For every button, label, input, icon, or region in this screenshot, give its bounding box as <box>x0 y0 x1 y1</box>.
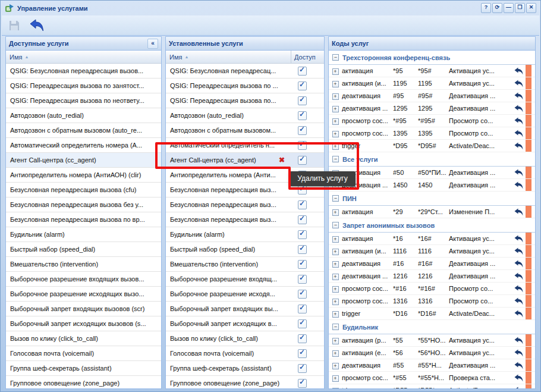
code-row[interactable]: +просмотр сос...13161316Просмотр со... <box>329 295 535 308</box>
available-service-row[interactable]: Агент Call-центра (cc_agent) <box>6 153 161 168</box>
access-checkbox[interactable] <box>298 141 307 150</box>
available-service-row[interactable]: Выборочный запрет входящих вызовов (scr) <box>6 302 161 316</box>
code-group-header[interactable]: −Трехсторонняя конференц-связь <box>329 51 535 65</box>
code-row[interactable]: +активация (и...11951195Активация ус... <box>329 77 535 90</box>
available-service-row[interactable]: Выборочное разрешение исходящих вызо... <box>6 287 161 302</box>
help-button[interactable]: ? <box>481 3 491 13</box>
close-button[interactable]: ✕ <box>526 3 536 13</box>
collapse-group-icon[interactable]: − <box>332 324 339 330</box>
collapse-panel-button[interactable]: « <box>147 39 158 49</box>
available-service-row[interactable]: Безусловная переадресация вызова без у..… <box>6 197 161 212</box>
code-row[interactable]: +деактивация#50#50*ПИ...Деактивация ... <box>329 167 535 179</box>
code-row[interactable]: +деактивация#55#55*Н...Деактивация ... <box>329 359 535 372</box>
expand-row-icon[interactable]: + <box>329 310 342 318</box>
code-row[interactable]: +активация (е...*56*56*НО...Активация ус… <box>329 347 535 359</box>
code-row[interactable]: +активация*16*16#Активация ус... <box>329 233 535 245</box>
installed-column-header[interactable]: Имя ▲ Доступ <box>166 51 324 64</box>
code-row[interactable]: +trigger*D55*D55*...Activate/Deac... <box>329 384 535 388</box>
access-checkbox[interactable] <box>298 349 307 358</box>
installed-service-row[interactable]: Вызов по клику (click_to_call) <box>166 331 324 346</box>
installed-service-row[interactable]: Группа шеф-секретарь (assistant) <box>166 361 324 376</box>
access-checkbox[interactable] <box>298 67 307 76</box>
available-service-row[interactable]: Выборочное разрешение входящих вызов... <box>6 272 161 287</box>
expand-row-icon[interactable]: + <box>329 117 342 125</box>
access-checkbox[interactable] <box>298 215 307 224</box>
installed-service-row[interactable]: QSIG: Переадресация вызова по... <box>166 93 324 108</box>
access-checkbox[interactable] <box>298 260 307 269</box>
code-row[interactable]: +активация (и...11161116Активация ус... <box>329 245 535 258</box>
code-row[interactable]: +активация*29*29*Ст...Изменение П... <box>329 206 535 218</box>
access-checkbox[interactable] <box>298 126 307 135</box>
available-service-row[interactable]: Вызов по клику (click_to_call) <box>6 331 161 346</box>
undo-row-icon[interactable] <box>511 92 526 100</box>
installed-service-row[interactable]: Выборочное разрешение исходя... <box>166 287 324 302</box>
installed-service-row[interactable]: Агент Call-центра (cc_agent)✖ <box>166 153 324 168</box>
access-checkbox[interactable] <box>298 334 307 343</box>
expand-row-icon[interactable]: + <box>329 285 342 293</box>
code-row[interactable]: +просмотр сос...*#95*#95#Просмотр со... <box>329 115 535 127</box>
installed-service-row[interactable]: Голосовая почта (voicemail) <box>166 346 324 361</box>
access-checkbox[interactable] <box>298 290 307 299</box>
code-row[interactable]: +деактивация ...12161216Деактивация ... <box>329 270 535 283</box>
available-service-row[interactable]: QSIG: Переадресация вызова по занятост..… <box>6 79 161 93</box>
undo-row-icon[interactable] <box>511 142 526 150</box>
access-checkbox[interactable] <box>298 364 307 373</box>
code-group-header[interactable]: −Запрет анонимных вызовов <box>329 218 535 233</box>
undo-row-icon[interactable] <box>511 169 526 177</box>
undo-row-icon[interactable] <box>511 310 526 318</box>
undo-row-icon[interactable] <box>511 80 526 87</box>
installed-service-row[interactable]: Вмешательство (intervention) <box>166 257 324 272</box>
undo-row-icon[interactable] <box>511 374 526 382</box>
available-service-row[interactable]: Выборочный запрет исходящих вызовов (s..… <box>6 316 161 331</box>
access-checkbox[interactable] <box>298 379 307 388</box>
expand-row-icon[interactable]: + <box>329 105 342 112</box>
undo-row-icon[interactable] <box>511 349 526 357</box>
available-service-row[interactable]: Голосовая почта (voicemail) <box>6 346 161 361</box>
expand-row-icon[interactable]: + <box>329 374 342 382</box>
code-row[interactable]: +активация*95*95#Активация ус... <box>329 65 535 77</box>
expand-row-icon[interactable]: + <box>329 142 342 150</box>
undo-row-icon[interactable] <box>511 260 526 268</box>
code-row[interactable]: +просмотр сос...*#16*#16#Просмотр со... <box>329 283 535 295</box>
access-checkbox[interactable] <box>298 230 307 239</box>
available-service-row[interactable]: Автоматический определитель номера (А... <box>6 138 161 153</box>
available-service-row[interactable]: Антиопределитель номера (АнтиАОН) (clir) <box>6 168 161 183</box>
undo-button[interactable] <box>29 18 45 33</box>
code-group-header[interactable]: −Все услуги <box>329 152 535 167</box>
expand-row-icon[interactable]: + <box>329 208 342 216</box>
available-service-row[interactable]: Групповое оповещение (zone_page) <box>6 376 161 388</box>
installed-service-row[interactable]: Выборочное разрешение входящ... <box>166 272 324 287</box>
expand-row-icon[interactable]: + <box>329 260 342 268</box>
code-row[interactable]: +trigger*D95*D95#Activate/Deac... <box>329 140 535 152</box>
expand-row-icon[interactable]: + <box>329 387 342 389</box>
code-row[interactable]: +trigger*D16*D16#Activate/Deac... <box>329 308 535 320</box>
refresh-button[interactable]: ⟳ <box>492 3 502 13</box>
undo-row-icon[interactable] <box>511 130 526 137</box>
access-checkbox[interactable] <box>298 319 307 328</box>
installed-service-row[interactable]: QSIG: Безусловная переадресац... <box>166 64 324 79</box>
available-service-row[interactable]: Безусловная переадресация вызова по вр..… <box>6 212 161 227</box>
installed-service-row[interactable]: Групповое оповещение (zone_page) <box>166 376 324 388</box>
available-service-row[interactable]: QSIG: Безусловная переадресация вызов... <box>6 64 161 79</box>
installed-service-row[interactable]: Безусловная переадресация выз... <box>166 197 324 212</box>
undo-row-icon[interactable] <box>511 285 526 293</box>
available-service-row[interactable]: QSIG: Переадресация вызова по неответу..… <box>6 93 161 108</box>
expand-row-icon[interactable]: + <box>329 349 342 357</box>
undo-row-icon[interactable] <box>511 387 526 389</box>
undo-row-icon[interactable] <box>511 297 526 305</box>
access-checkbox[interactable] <box>298 305 307 313</box>
access-checkbox[interactable] <box>298 186 307 195</box>
undo-row-icon[interactable] <box>511 337 526 344</box>
installed-service-row[interactable]: QSIG: Переадресация вызова по ... <box>166 79 324 93</box>
installed-service-row[interactable]: Автодозвон (auto_redial) <box>166 108 324 123</box>
installed-service-row[interactable]: Безусловная переадресация выз... <box>166 212 324 227</box>
undo-row-icon[interactable] <box>511 105 526 112</box>
undo-row-icon[interactable] <box>511 235 526 243</box>
access-checkbox[interactable] <box>298 200 307 209</box>
undo-row-icon[interactable] <box>511 117 526 125</box>
code-row[interactable]: +просмотр сос...*#55*#55*Н...Проверка ст… <box>329 372 535 384</box>
collapse-group-icon[interactable]: − <box>332 222 339 228</box>
collapse-group-icon[interactable]: − <box>332 156 339 162</box>
access-checkbox[interactable] <box>298 245 307 254</box>
code-row[interactable]: +деактивация ...14501450Деактивация ... <box>329 179 535 192</box>
